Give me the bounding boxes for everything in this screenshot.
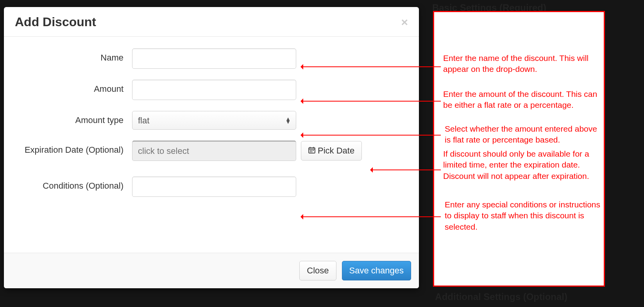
modal-title: Add Discount xyxy=(15,15,96,29)
expiration-input[interactable] xyxy=(132,141,296,161)
svg-rect-5 xyxy=(311,150,312,151)
amount-type-select[interactable]: flat xyxy=(132,111,296,130)
modal-footer: Close Save changes xyxy=(4,253,419,288)
conditions-input[interactable] xyxy=(132,177,296,197)
label-expiration: Expiration Date (Optional) xyxy=(15,141,132,156)
pick-date-label: Pick Date xyxy=(318,146,354,156)
label-amount-type: Amount type xyxy=(15,111,132,126)
bg-heading-additional: Additional Settings (Optional) xyxy=(435,291,567,302)
svg-rect-8 xyxy=(311,151,312,152)
svg-rect-6 xyxy=(313,150,314,151)
row-name: Name xyxy=(15,48,408,69)
label-amount: Amount xyxy=(15,80,132,95)
row-amount-type: Amount type flat ▲▼ xyxy=(15,111,408,130)
name-input[interactable] xyxy=(132,48,296,69)
svg-rect-7 xyxy=(310,151,311,152)
amount-input[interactable] xyxy=(132,80,296,100)
modal-header: Add Discount × xyxy=(4,7,419,37)
annotation-expiration: If discount should only be available for… xyxy=(443,148,599,182)
close-button[interactable]: Close xyxy=(299,261,336,280)
arrow-amount xyxy=(301,101,441,102)
svg-rect-4 xyxy=(310,150,311,151)
label-conditions: Conditions (Optional) xyxy=(15,177,132,192)
modal-body: Name Amount Amount type flat ▲▼ xyxy=(4,37,419,253)
arrow-expiration xyxy=(370,170,441,170)
arrow-amount-type xyxy=(301,135,441,136)
add-discount-modal: Add Discount × Name Amount Amount type f… xyxy=(4,7,419,288)
pick-date-button[interactable]: Pick Date xyxy=(301,141,362,161)
close-icon[interactable]: × xyxy=(401,16,408,28)
row-amount: Amount xyxy=(15,80,408,100)
annotation-conditions: Enter any special conditions or instruct… xyxy=(445,199,601,232)
label-name: Name xyxy=(15,48,132,64)
arrow-name xyxy=(301,66,441,67)
save-changes-button[interactable]: Save changes xyxy=(342,261,411,280)
row-expiration: Expiration Date (Optional) xyxy=(15,141,408,161)
annotation-name: Enter the name of the discount. This wil… xyxy=(443,53,599,75)
annotation-amount-type: Select whether the amount entered above … xyxy=(445,123,601,146)
arrow-conditions xyxy=(301,216,441,217)
calendar-icon xyxy=(308,146,315,156)
annotation-amount: Enter the amount of the discount. This c… xyxy=(443,89,599,111)
row-conditions: Conditions (Optional) xyxy=(15,177,408,197)
